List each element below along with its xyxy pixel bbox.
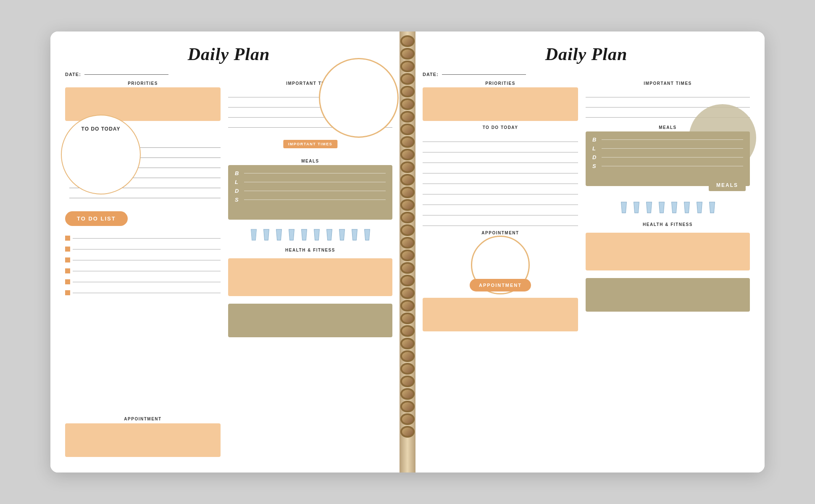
left-date-label: DATE: [65, 72, 81, 77]
dot-5 [65, 279, 70, 284]
todo-list-row: TO DO LIST [65, 209, 221, 230]
dotted-item-3 [65, 255, 221, 265]
right-todo-line-6 [423, 184, 578, 194]
left-appt-box [65, 423, 221, 457]
right-glass-3 [644, 201, 654, 214]
right-glass-4 [657, 201, 667, 214]
glass-6 [312, 228, 322, 241]
right-health-label: HEALTH & FITNESS [586, 222, 750, 227]
meal-row-s: S [235, 197, 386, 203]
left-health-box [228, 258, 392, 296]
left-col-left: PRIORITIES TO DO TODAY [65, 81, 221, 457]
dotted-line-6 [73, 293, 221, 293]
right-appt-peach-box [423, 298, 578, 331]
right-meals-badge: MEALS [709, 179, 746, 191]
right-priorities-label: PRIORITIES [423, 81, 578, 86]
glass-3 [274, 228, 284, 241]
right-date-label: DATE: [423, 72, 439, 77]
right-glass-7 [694, 201, 705, 214]
right-page: Daily Plan DATE: PRIORITIES TO DO TODAY [408, 32, 765, 472]
dotted-item-5 [65, 276, 221, 287]
left-page: Daily Plan DATE: PRIORITIES TO DO TODAY [50, 32, 408, 472]
dotted-line-2 [73, 249, 221, 249]
spiral-coil-13 [400, 186, 415, 198]
todo-today-area: TO DO TODAY [65, 121, 221, 209]
spiral-coil-26 [400, 350, 415, 362]
spiral-coil-31 [400, 413, 415, 425]
right-todo-section: TO DO TODAY [423, 125, 578, 226]
right-date-line [442, 74, 526, 75]
priorities-box [65, 87, 221, 121]
todo-today-text: TO DO TODAY [82, 126, 121, 132]
right-todo-line-2 [423, 142, 578, 152]
right-appt-area: APPOINTMENT APPOINTMENT [423, 231, 578, 268]
spiral-coil-11 [400, 161, 415, 173]
dotted-list [65, 233, 221, 413]
right-meal-letter-s: S [592, 163, 598, 169]
spiral-coil-9 [400, 136, 415, 148]
meal-letter-d: D [235, 188, 241, 194]
right-it-line-1 [586, 87, 750, 97]
right-main-cols: PRIORITIES TO DO TODAY [423, 81, 750, 457]
spiral-coil-30 [400, 401, 415, 412]
right-todo-line-4 [423, 163, 578, 173]
spiral-coil-10 [400, 149, 415, 160]
meal-row-d: D [235, 188, 386, 194]
glass-8 [337, 228, 347, 241]
spiral-coil-25 [400, 338, 415, 349]
right-meal-line-l [602, 148, 743, 149]
right-meal-line-d [602, 157, 743, 158]
glass-9 [350, 228, 360, 241]
spiral-binding [400, 32, 415, 472]
right-meal-row-s: S [592, 163, 743, 169]
spiral-coil-15 [400, 212, 415, 223]
right-meal-letter-l: L [592, 145, 598, 152]
left-date-line [84, 74, 168, 75]
right-meal-line-s [602, 166, 743, 166]
spiral-coil-4 [400, 73, 415, 85]
right-date-row: DATE: [423, 72, 750, 77]
spiral-coil-7 [400, 111, 415, 123]
spiral-coil-28 [400, 375, 415, 387]
dotted-line-4 [73, 271, 221, 271]
todo-list-badge: TO DO LIST [65, 211, 128, 226]
it-circle [319, 58, 399, 138]
right-col-right: IMPORTANT TIMES MEALS B [586, 81, 750, 457]
right-meals-section: MEALS B L D [586, 125, 750, 186]
dot-6 [65, 290, 70, 295]
dotted-line-1 [73, 238, 221, 239]
spiral-coil-8 [400, 123, 415, 135]
dot-2 [65, 247, 70, 252]
left-col-right: IMPORTANT TIMES IMPORTANT TIMES ME [228, 81, 392, 457]
glass-7 [324, 228, 334, 241]
right-todo-line-9 [423, 215, 578, 226]
right-priorities-box [423, 87, 578, 121]
spiral-coil-1 [400, 35, 415, 47]
dotted-item-2 [65, 244, 221, 255]
right-glass-5 [669, 201, 679, 214]
right-glass-2 [631, 201, 641, 214]
meal-line-b [244, 173, 386, 173]
meal-row-l: L [235, 179, 386, 185]
glass-1 [249, 228, 259, 241]
dot-4 [65, 268, 70, 273]
right-todo-line-1 [423, 131, 578, 142]
dotted-item-4 [65, 265, 221, 276]
dotted-item-6 [65, 287, 221, 298]
meal-letter-b: B [235, 170, 241, 176]
todo-today-circle: TO DO TODAY [61, 115, 141, 194]
spiral-coil-12 [400, 174, 415, 186]
right-todo-label: TO DO TODAY [423, 125, 578, 130]
spiral-coil-21 [400, 287, 415, 299]
meal-line-s [244, 200, 386, 200]
spiral-coil-2 [400, 48, 415, 60]
right-appt-box-gray [586, 278, 750, 312]
right-col-left: PRIORITIES TO DO TODAY [423, 81, 578, 457]
right-glass-6 [682, 201, 692, 214]
spiral-coil-18 [400, 249, 415, 261]
right-meal-row-l: L [592, 145, 743, 152]
dot-1 [65, 236, 70, 241]
right-todo-line-8 [423, 205, 578, 215]
right-todo-line-7 [423, 194, 578, 205]
meal-letter-s: S [235, 197, 241, 203]
